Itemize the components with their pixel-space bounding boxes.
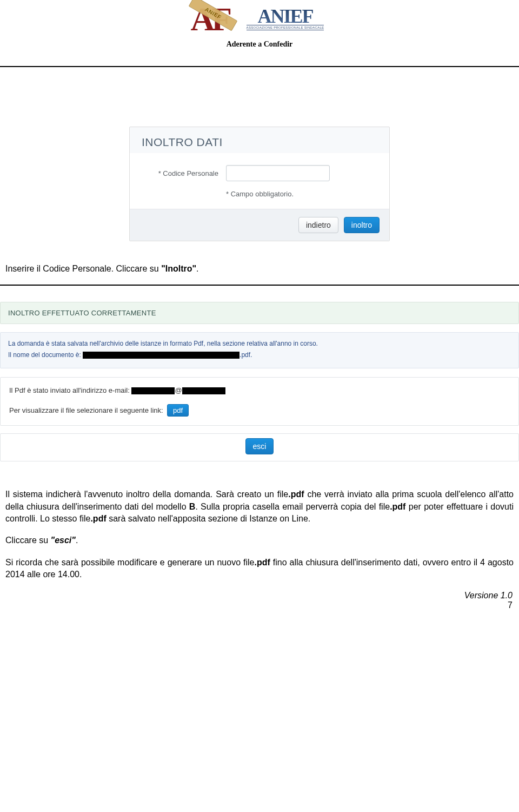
subheader: Aderente a Confedir <box>0 40 519 49</box>
esci-button[interactable]: esci <box>245 438 274 454</box>
codice-personale-label: * Codice Personale <box>143 169 218 177</box>
divider <box>0 285 519 286</box>
pdf-link-button[interactable]: pdf <box>167 404 189 417</box>
redacted-email-user <box>131 387 175 394</box>
inoltro-button[interactable]: inoltro <box>344 217 380 233</box>
instruction-1: Inserire il Codice Personale. Cliccare s… <box>0 263 519 275</box>
success-bar: INOLTRO EFFETTUATO CORRETTAMENTE <box>0 302 519 324</box>
logo-anief-icon: ANIEF ASSOCIAZIONE PROFESSIONALE SINDACA… <box>242 6 329 30</box>
panel-title: INOLTRO DATI <box>130 127 389 153</box>
body-paragraphs: Il sistema indicherà l'avvenuto inoltro … <box>0 488 519 580</box>
redacted-filename <box>83 352 239 359</box>
codice-personale-input[interactable] <box>226 165 330 181</box>
page: AF ANIEF ANIEF ASSOCIAZIONE PROFESSIONAL… <box>0 0 519 626</box>
indietro-button[interactable]: indietro <box>298 217 338 233</box>
archive-message: La domanda è stata salvata nell'archivio… <box>0 332 519 368</box>
logo-af-icon: AF ANIEF <box>191 2 231 35</box>
version-label: Versione 1.0 <box>464 591 513 600</box>
divider <box>0 66 519 67</box>
page-number: 7 <box>508 600 513 610</box>
page-footer: Versione 1.0 7 <box>0 591 519 610</box>
inoltro-dati-panel: INOLTRO DATI * Codice Personale * Campo … <box>129 127 390 241</box>
required-note: * Campo obbligatorio. <box>226 190 376 198</box>
exit-panel: esci <box>0 433 519 461</box>
header-logos: AF ANIEF ANIEF ASSOCIAZIONE PROFESSIONAL… <box>0 0 519 35</box>
redacted-email-domain <box>182 387 225 394</box>
email-pdf-panel: Il Pdf è stato inviato all'indirizzo e-m… <box>0 377 519 426</box>
